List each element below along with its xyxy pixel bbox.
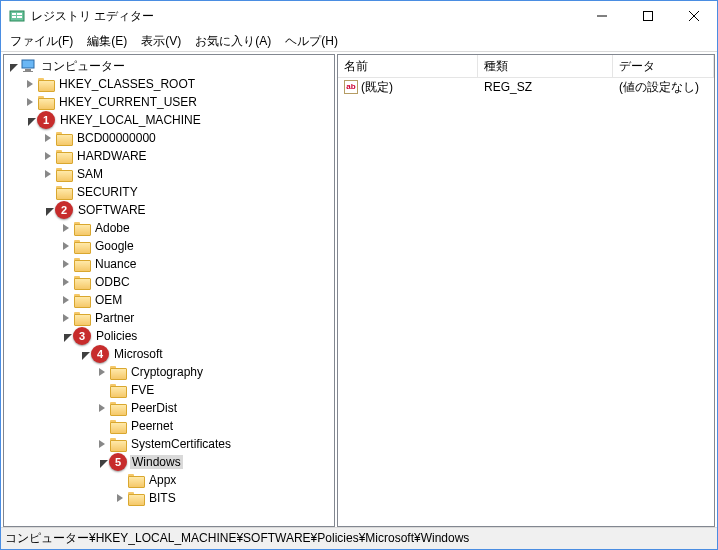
menu-help[interactable]: ヘルプ(H) bbox=[278, 31, 345, 52]
tree-item-odbc[interactable]: ODBC bbox=[4, 273, 334, 291]
expander-icon[interactable] bbox=[58, 328, 74, 344]
menu-view[interactable]: 表示(V) bbox=[134, 31, 188, 52]
tree-item-sam[interactable]: SAM bbox=[4, 165, 334, 183]
tree-item-hkcr[interactable]: HKEY_CLASSES_ROOT bbox=[4, 75, 334, 93]
expander-icon[interactable] bbox=[94, 364, 110, 380]
folder-icon bbox=[74, 275, 90, 289]
step-badge-2: 2 bbox=[55, 201, 73, 219]
tree-item-cryptography[interactable]: Cryptography bbox=[4, 363, 334, 381]
folder-icon bbox=[110, 365, 126, 379]
folder-icon bbox=[56, 149, 72, 163]
expander-icon[interactable] bbox=[58, 292, 74, 308]
tree-item-computer[interactable]: コンピューター bbox=[4, 57, 334, 75]
expander-icon[interactable] bbox=[22, 112, 38, 128]
tree-label: Partner bbox=[93, 311, 136, 325]
col-type[interactable]: 種類 bbox=[478, 55, 613, 77]
tree-item-security[interactable]: SECURITY bbox=[4, 183, 334, 201]
values-pane[interactable]: 名前 種類 データ ab (既定) REG_SZ (値の設定なし) bbox=[337, 54, 715, 527]
tree-item-bits[interactable]: BITS bbox=[4, 489, 334, 507]
expander-icon[interactable] bbox=[40, 166, 56, 182]
expander-icon[interactable] bbox=[58, 274, 74, 290]
statusbar: コンピューター¥HKEY_LOCAL_MACHINE¥SOFTWARE¥Poli… bbox=[1, 527, 717, 549]
list-header: 名前 種類 データ bbox=[338, 55, 714, 78]
tree-item-hkcu[interactable]: HKEY_CURRENT_USER bbox=[4, 93, 334, 111]
tree-label: OEM bbox=[93, 293, 124, 307]
close-button[interactable] bbox=[671, 1, 717, 31]
tree-label: SECURITY bbox=[75, 185, 140, 199]
tree-label: Nuance bbox=[93, 257, 138, 271]
tree-label: Google bbox=[93, 239, 136, 253]
expander-icon[interactable] bbox=[112, 490, 128, 506]
maximize-button[interactable] bbox=[625, 1, 671, 31]
tree-item-windows[interactable]: 5 Windows bbox=[4, 453, 334, 471]
expander-icon[interactable] bbox=[58, 256, 74, 272]
tree-item-google[interactable]: Google bbox=[4, 237, 334, 255]
folder-icon bbox=[56, 167, 72, 181]
tree-item-partner[interactable]: Partner bbox=[4, 309, 334, 327]
menu-file[interactable]: ファイル(F) bbox=[3, 31, 80, 52]
tree-label: Policies bbox=[94, 329, 139, 343]
tree-label: Peernet bbox=[129, 419, 175, 433]
expander-icon[interactable] bbox=[94, 436, 110, 452]
tree-label: HARDWARE bbox=[75, 149, 149, 163]
svg-rect-9 bbox=[22, 60, 34, 68]
minimize-button[interactable] bbox=[579, 1, 625, 31]
folder-icon bbox=[110, 437, 126, 451]
expander-icon[interactable] bbox=[22, 76, 38, 92]
expander-icon[interactable] bbox=[40, 202, 56, 218]
tree-item-microsoft[interactable]: 4 Microsoft bbox=[4, 345, 334, 363]
tree-item-hklm[interactable]: 1 HKEY_LOCAL_MACHINE bbox=[4, 111, 334, 129]
expander-icon[interactable] bbox=[58, 220, 74, 236]
menu-favorites[interactable]: お気に入り(A) bbox=[188, 31, 278, 52]
folder-icon bbox=[74, 311, 90, 325]
svg-rect-1 bbox=[12, 13, 16, 15]
menu-edit[interactable]: 編集(E) bbox=[80, 31, 134, 52]
svg-rect-10 bbox=[25, 69, 31, 71]
step-badge-5: 5 bbox=[109, 453, 127, 471]
folder-icon bbox=[38, 95, 54, 109]
registry-tree: コンピューター HKEY_CLASSES_ROOT HKEY_CURRENT_U… bbox=[4, 55, 334, 527]
tree-item-policies[interactable]: 3 Policies bbox=[4, 327, 334, 345]
step-badge-4: 4 bbox=[91, 345, 109, 363]
tree-item-adobe[interactable]: Adobe bbox=[4, 219, 334, 237]
tree-item-systemcertificates[interactable]: SystemCertificates bbox=[4, 435, 334, 453]
computer-icon bbox=[20, 59, 36, 73]
expander-icon[interactable] bbox=[4, 58, 20, 74]
status-path: コンピューター¥HKEY_LOCAL_MACHINE¥SOFTWARE¥Poli… bbox=[5, 530, 469, 547]
col-data[interactable]: データ bbox=[613, 55, 714, 77]
expander-icon[interactable] bbox=[22, 94, 38, 110]
tree-item-hardware[interactable]: HARDWARE bbox=[4, 147, 334, 165]
tree-item-oem[interactable]: OEM bbox=[4, 291, 334, 309]
tree-item-fve[interactable]: FVE bbox=[4, 381, 334, 399]
tree-item-nuance[interactable]: Nuance bbox=[4, 255, 334, 273]
tree-item-appx[interactable]: Appx bbox=[4, 471, 334, 489]
expander-icon[interactable] bbox=[94, 454, 110, 470]
tree-label: BCD00000000 bbox=[75, 131, 158, 145]
tree-label: FVE bbox=[129, 383, 156, 397]
tree-pane[interactable]: コンピューター HKEY_CLASSES_ROOT HKEY_CURRENT_U… bbox=[3, 54, 335, 527]
tree-item-bcd[interactable]: BCD00000000 bbox=[4, 129, 334, 147]
tree-label: BITS bbox=[147, 491, 178, 505]
list-row[interactable]: ab (既定) REG_SZ (値の設定なし) bbox=[338, 78, 714, 96]
col-name[interactable]: 名前 bbox=[338, 55, 478, 77]
window-controls bbox=[579, 1, 717, 31]
expander-icon[interactable] bbox=[76, 346, 92, 362]
expander-icon[interactable] bbox=[58, 238, 74, 254]
folder-icon bbox=[74, 239, 90, 253]
expander-icon[interactable] bbox=[58, 310, 74, 326]
expander-icon[interactable] bbox=[40, 148, 56, 164]
tree-item-peerdist[interactable]: PeerDist bbox=[4, 399, 334, 417]
tree-label: PeerDist bbox=[129, 401, 179, 415]
menubar: ファイル(F) 編集(E) 表示(V) お気に入り(A) ヘルプ(H) bbox=[1, 31, 717, 52]
expander-icon[interactable] bbox=[94, 400, 110, 416]
value-name: (既定) bbox=[361, 79, 393, 96]
tree-item-software[interactable]: 2 SOFTWARE bbox=[4, 201, 334, 219]
expander-icon[interactable] bbox=[40, 130, 56, 146]
tree-label: HKEY_CLASSES_ROOT bbox=[57, 77, 197, 91]
cell-data: (値の設定なし) bbox=[613, 79, 714, 96]
tree-item-peernet[interactable]: Peernet bbox=[4, 417, 334, 435]
window-title: レジストリ エディター bbox=[31, 8, 579, 25]
registry-editor-window: レジストリ エディター ファイル(F) 編集(E) 表示(V) お気に入り(A)… bbox=[0, 0, 718, 550]
folder-icon bbox=[128, 473, 144, 487]
app-icon bbox=[9, 8, 25, 24]
